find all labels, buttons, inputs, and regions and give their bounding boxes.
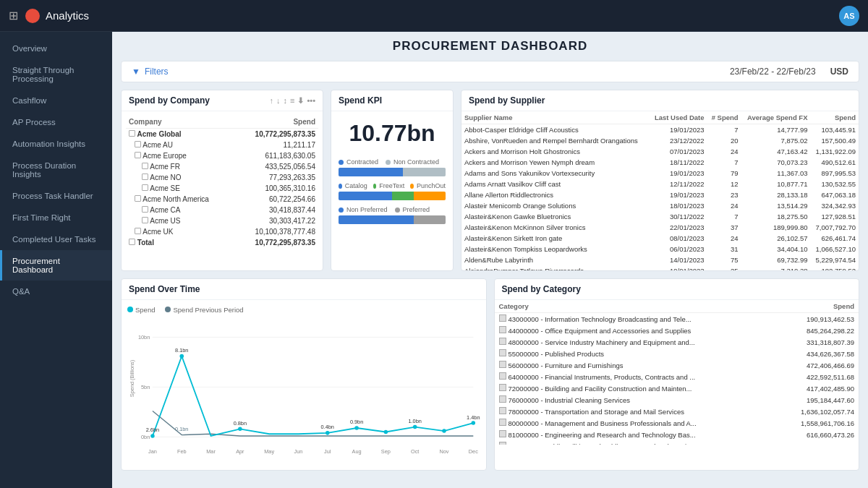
grid-icon[interactable]: ⊞ [9, 9, 18, 22]
col-spend: Spend [234, 116, 318, 129]
chart-legend: Spend Spend Previous Period [127, 306, 480, 314]
checkbox[interactable] [135, 152, 141, 158]
svg-point-19 [442, 429, 446, 433]
supplier-date: 18/01/2023 [649, 200, 707, 211]
svg-text:Jan: Jan [148, 448, 157, 455]
svg-text:0.9bn: 0.9bn [350, 419, 363, 425]
bottom-grid: Spend Over Time Spend Spend Previous Per… [121, 278, 859, 471]
main-content: PROCUREMENT DASHBOARD ▼ Filters 23/Feb/2… [112, 32, 868, 488]
checkbox[interactable] [142, 184, 148, 191]
checkbox[interactable] [142, 217, 148, 223]
supplier-date: 06/01/2023 [649, 244, 707, 254]
supplier-avg: 13,514.29 [741, 200, 811, 211]
sidebar-item[interactable]: Straight Through Processing [0, 59, 112, 90]
checkbox[interactable] [135, 228, 141, 234]
fill1 [339, 215, 414, 224]
supplier-spend: 897,995.53 [811, 168, 859, 179]
supplier-count: 7 [707, 157, 741, 168]
sidebar-item[interactable]: First Time Right [0, 207, 112, 228]
kpi-bar-group-3: Non Preferred Preferred [339, 206, 446, 224]
spend-by-supplier-body: Supplier NameLast Used Date# SpendAverag… [461, 111, 859, 270]
supplier-avg: 18,275.50 [741, 211, 811, 222]
svg-text:Feb: Feb [177, 448, 187, 455]
company-spend: 10,772,295,873.35 [234, 237, 318, 248]
spend-kpi-title: Spend KPI [339, 95, 382, 106]
supplier-avg: 47,163.42 [741, 146, 811, 157]
table-row: 44000000 - Office Equipment and Accessor… [495, 325, 859, 336]
table-row: 56000000 - Furniture and Furnishings472,… [495, 359, 859, 371]
more-icon[interactable]: ••• [307, 96, 315, 106]
table-row: 83000000 - Public Utilities and Public S… [495, 440, 859, 445]
company-name: Acme North America [126, 194, 234, 205]
checkbox[interactable] [142, 206, 148, 213]
spend-by-company-card: Spend by Company ↑ ↓ ↕ ≡ ⬇ ••• Co [121, 90, 323, 271]
chart-area: Spend Spend Previous Period 10bn5bn0bn2.… [122, 300, 486, 470]
sidebar-item[interactable]: Cashflow [0, 90, 112, 111]
svg-point-20 [472, 421, 476, 425]
supplier-spend: 1,131,922.09 [811, 146, 859, 157]
checkbox[interactable] [135, 195, 141, 202]
supplier-spend: 127,928.51 [811, 211, 859, 222]
sidebar-item[interactable]: Completed User Tasks [0, 228, 112, 250]
svg-text:Sep: Sep [381, 448, 391, 455]
svg-text:5bn: 5bn [141, 384, 150, 390]
company-name: Acme UK [126, 226, 234, 237]
date-range: 23/Feb/22 - 22/Feb/23 [730, 67, 816, 77]
sort-icon2[interactable]: ↕ [284, 96, 288, 106]
sidebar-item[interactable]: Overview [0, 38, 112, 59]
sort-asc-icon[interactable]: ↑ [270, 96, 274, 106]
legend-spend: Spend [127, 306, 155, 314]
kpi-bar-label-2: Catalog FreeText PunchOut [339, 182, 446, 189]
time-chart: 10bn5bn0bn2.6bn8.1bn0.8bn0.4bn0.9bn1.0bn… [127, 318, 480, 463]
cat-name: 76000000 - Industrial Cleaning Services [495, 394, 771, 406]
supplier-name: Ackers and Morrison Holt Ghostronics [461, 146, 649, 157]
supplier-name: Abshire, VonRueden and Rempel Bernhardt … [461, 135, 649, 146]
company-spend: 10,100,378,777.48 [234, 226, 318, 237]
checkbox[interactable] [135, 141, 141, 147]
spend-over-time-title: Spend Over Time [129, 284, 200, 294]
cat-spend: 616,660,473.26 [770, 429, 859, 440]
dot1 [339, 184, 342, 189]
supplier-scroll[interactable]: Supplier NameLast Used Date# SpendAverag… [461, 111, 859, 270]
sidebar-item[interactable]: Automation Insights [0, 133, 112, 155]
supplier-avg: 70,073.23 [741, 157, 811, 168]
supplier-avg: 189,999.80 [741, 222, 811, 233]
sidebar-item[interactable]: Q&A [0, 281, 112, 302]
supplier-spend: 157,500.49 [811, 135, 859, 146]
category-scroll[interactable]: Category Spend 43000000 - Information Te… [495, 300, 859, 445]
supplier-avg: 10,877.71 [741, 179, 811, 189]
filter-icon2[interactable]: ≡ [290, 96, 294, 106]
svg-text:Mar: Mar [206, 448, 216, 455]
checkbox[interactable] [142, 163, 148, 169]
svg-text:0.4bn: 0.4bn [321, 424, 334, 430]
supplier-spend: 490,512.61 [811, 157, 859, 168]
supplier-count: 24 [707, 146, 741, 157]
sidebar-item[interactable]: Process Task Handler [0, 185, 112, 207]
kpi-bar-label-1: Contracted Non Contracted [339, 158, 446, 166]
download-icon[interactable]: ⬇ [297, 96, 304, 106]
sidebar-item[interactable]: AP Process [0, 111, 112, 133]
sort-desc-icon[interactable]: ↓ [276, 96, 281, 106]
sidebar-item[interactable]: Procurement Dashboard [0, 250, 112, 281]
supplier-col: # Spend [707, 111, 741, 124]
checkbox[interactable] [129, 239, 135, 245]
filter-label[interactable]: Filters [145, 67, 169, 77]
cat-spend: 434,626,367.58 [770, 348, 859, 359]
table-row: Allane Allerton Riddlectronics19/01/2023… [461, 189, 859, 200]
table-row: Adams and Sons Yakunikov Vortexsecurity1… [461, 168, 859, 179]
filter-left: ▼ Filters [132, 67, 169, 77]
sidebar-item[interactable]: Process Duration Insights [0, 155, 112, 185]
table-row: Alasteir&Kenon Tompkiss Leopardworks06/0… [461, 244, 859, 254]
supplier-name: Alasteir&Kenon Sirkett Iron gate [461, 233, 649, 244]
supplier-date: 07/01/2023 [649, 146, 707, 157]
supplier-col: Supplier Name [461, 111, 649, 124]
spend-kpi-header: Spend KPI [331, 90, 453, 111]
cat-spend: 845,264,298.22 [770, 325, 859, 336]
checkbox[interactable] [142, 174, 148, 180]
supplier-date: 12/11/2022 [649, 179, 707, 189]
table-row: 76000000 - Industrial Cleaning Services1… [495, 394, 859, 406]
avatar[interactable]: AS [839, 6, 859, 26]
svg-text:Aug: Aug [352, 448, 362, 455]
checkbox[interactable] [129, 130, 135, 137]
spend-by-category-body: Category Spend 43000000 - Information Te… [495, 300, 859, 445]
